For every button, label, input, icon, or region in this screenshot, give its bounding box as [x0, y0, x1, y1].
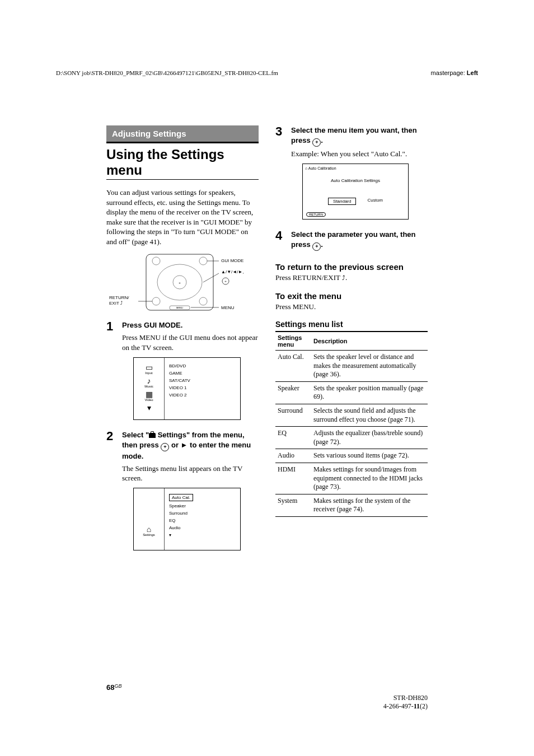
table-row: SurroundSelects the sound field and adju… — [275, 404, 428, 426]
svg-text:MENU: MENU — [221, 305, 235, 310]
svg-point-6 — [152, 297, 160, 305]
step-2: 2 Select " Settings" from the menu, then… — [106, 430, 259, 553]
table-row: SpeakerSets the speaker position manuall… — [275, 381, 428, 404]
svg-text:+: + — [179, 281, 181, 284]
footer-model: STR-DH820 4-266-497-11(2) — [383, 694, 428, 711]
masterpage-label: masterpage: Left — [431, 69, 478, 76]
enter-button-icon: + — [312, 138, 321, 147]
file-path: D:\SONY job\STR-DH820_PMRF_02\GB\4266497… — [56, 69, 278, 76]
svg-point-7 — [199, 297, 207, 305]
gui-screenshot-settings: ⌂Settings Auto Cal. Speaker Surround EQ … — [133, 488, 241, 550]
enter-button-icon: + — [161, 443, 169, 451]
settings-icon — [149, 433, 156, 438]
table-row: HDMIMakes settings for sound/images from… — [275, 463, 428, 494]
page-title: Using the Settings menu — [106, 147, 259, 180]
svg-line-12 — [203, 273, 219, 282]
step-4: 4 Select the parameter you want, then pr… — [275, 230, 428, 253]
svg-text:+: + — [224, 279, 227, 284]
exit-heading: To exit the menu — [275, 291, 428, 301]
svg-text:GUI MODE: GUI MODE — [221, 258, 243, 263]
section-tag: Adjusting Settings — [106, 125, 259, 143]
return-body: Press RETURN/EXIT . — [275, 273, 428, 283]
svg-point-4 — [152, 257, 160, 265]
enter-button-icon: + — [312, 242, 321, 251]
settings-table: Settings menu Description Auto Cal.Sets … — [275, 331, 428, 517]
table-row: AudioSets various sound items (page 72). — [275, 449, 428, 463]
table-row: Auto Cal.Sets the speaker level or dista… — [275, 351, 428, 382]
table-row: EQAdjusts the equalizer (bass/treble sou… — [275, 427, 428, 449]
svg-text:EXIT ⤴: EXIT ⤴ — [109, 301, 123, 306]
svg-text:▲/▼/◄/►,: ▲/▼/◄/►, — [221, 269, 244, 274]
page-number: 68GB — [106, 683, 121, 692]
svg-text:RETURN/: RETURN/ — [109, 295, 129, 300]
return-icon — [342, 273, 345, 282]
settings-list-heading: Settings menu list — [275, 320, 428, 329]
step-1: 1 Press GUI MODE. Press MENU if the GUI … — [106, 320, 259, 422]
svg-text:MENU: MENU — [176, 306, 183, 309]
gui-screenshot-input: ▭Input ♪Music ▦Video ▾ BD/DVD GAME SAT/C… — [133, 357, 241, 420]
gui-screenshot-autocal: ⌂ Auto Calibration Auto Calibration Sett… — [302, 164, 409, 220]
remote-control-diagram: + MENU GUI MODE ▲/▼/◄/►, + RETURN/ EXIT … — [107, 251, 258, 312]
return-heading: To return to the previous screen — [275, 262, 428, 272]
exit-body: Press MENU. — [275, 302, 428, 312]
intro-paragraph: You can adjust various settings for spea… — [106, 188, 259, 246]
step-3: 3 Select the menu item you want, then pr… — [275, 125, 428, 222]
svg-point-5 — [199, 257, 207, 265]
table-row: SystemMakes settings for the system of t… — [275, 494, 428, 516]
